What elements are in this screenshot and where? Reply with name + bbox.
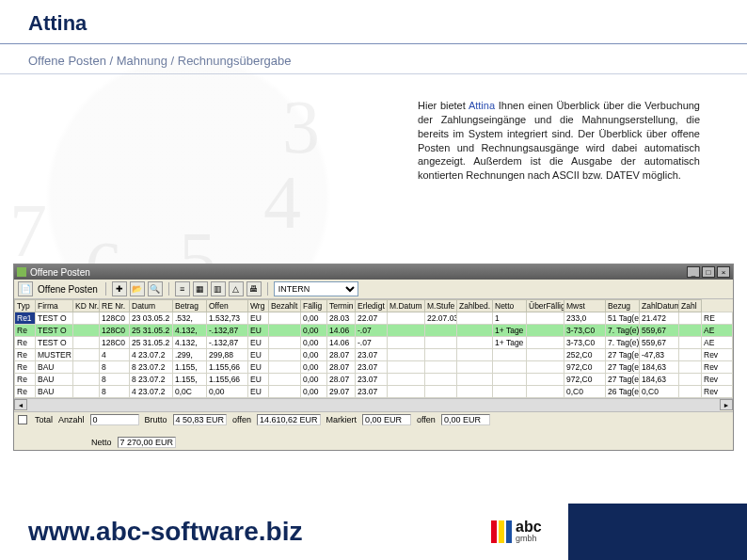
table-cell[interactable]: 25 31.05.2 xyxy=(130,325,173,337)
table-cell[interactable]: 1 xyxy=(493,312,527,325)
column-header[interactable]: Offen xyxy=(207,300,248,312)
scroll-left-icon[interactable]: ◄ xyxy=(14,399,27,410)
table-cell[interactable]: Rev xyxy=(702,349,733,361)
table-cell[interactable]: Rev xyxy=(702,361,733,374)
column-header[interactable]: Betrag xyxy=(173,300,207,312)
table-row[interactable]: ReBAU84 23.07.20,0C0,00EU0,0029.0723.070… xyxy=(15,386,733,398)
table-cell[interactable]: 559,67 xyxy=(640,337,679,349)
table-cell[interactable] xyxy=(679,312,702,325)
table-row[interactable]: ReTEST O128C025 31.05.24.132,-.132,87EU0… xyxy=(15,337,733,349)
table-cell[interactable]: 22.07 xyxy=(356,312,388,325)
table-cell[interactable]: 26 Tag(e)1 xyxy=(606,386,640,398)
column-header[interactable]: Termin xyxy=(327,300,356,312)
table-cell[interactable] xyxy=(679,361,702,374)
table-cell[interactable]: 29.07 xyxy=(327,386,356,398)
table-cell[interactable]: Re xyxy=(15,374,36,386)
column-header[interactable]: Wrg xyxy=(248,300,269,312)
table-cell[interactable]: 28.07 xyxy=(327,361,356,374)
table-cell[interactable]: -.132,87 xyxy=(207,337,248,349)
table-cell[interactable]: 8 xyxy=(100,386,130,398)
horizontal-scrollbar[interactable]: ◄ ► xyxy=(14,398,733,411)
table-cell[interactable] xyxy=(679,374,702,386)
scroll-right-icon[interactable]: ► xyxy=(720,399,733,410)
table-cell[interactable]: 0,00 xyxy=(301,312,327,325)
print-icon[interactable]: 🖶 xyxy=(246,281,262,296)
table-cell[interactable]: 0,00 xyxy=(301,361,327,374)
table-cell[interactable]: Re xyxy=(15,337,36,349)
table-cell[interactable]: Rev xyxy=(702,374,733,386)
table-cell[interactable]: Rev xyxy=(702,386,733,398)
table-cell[interactable] xyxy=(269,386,301,398)
data-table[interactable]: TypFirmaKD Nr.RE Nr.DatumBetragOffenWrgB… xyxy=(14,299,733,398)
total-checkbox[interactable] xyxy=(18,415,27,424)
table-cell[interactable]: 4 xyxy=(100,349,130,361)
table-cell[interactable]: 8 23.07.2 xyxy=(130,361,173,374)
table-cell[interactable]: 0,00 xyxy=(301,325,327,337)
grid-icon[interactable]: ▦ xyxy=(193,281,208,296)
table-cell[interactable] xyxy=(493,349,527,361)
table-cell[interactable]: 184,63 xyxy=(640,361,679,374)
table-cell[interactable] xyxy=(388,349,425,361)
table-cell[interactable] xyxy=(457,312,493,325)
table-cell[interactable]: EU xyxy=(248,374,269,386)
table-cell[interactable]: 1.155, xyxy=(173,374,207,386)
table-cell[interactable]: EU xyxy=(248,349,269,361)
table-cell[interactable]: TEST O xyxy=(36,312,73,325)
table-cell[interactable] xyxy=(388,312,425,325)
table-cell[interactable]: EU xyxy=(248,361,269,374)
table-cell[interactable]: 128C0 xyxy=(100,325,130,337)
table-cell[interactable] xyxy=(73,325,100,337)
table-cell[interactable] xyxy=(388,337,425,349)
table-cell[interactable] xyxy=(457,374,493,386)
table-cell[interactable] xyxy=(388,386,425,398)
table-cell[interactable]: Re xyxy=(15,386,36,398)
table-cell[interactable]: RE xyxy=(702,312,733,325)
table-cell[interactable]: BAU xyxy=(36,386,73,398)
table-cell[interactable]: 184,63 xyxy=(640,374,679,386)
table-cell[interactable]: 23.07 xyxy=(356,374,388,386)
table-cell[interactable]: Re1 xyxy=(15,312,36,325)
table-cell[interactable]: 27 Tag(e)1 xyxy=(606,361,640,374)
table-cell[interactable]: 0,C0 xyxy=(640,386,679,398)
column-header[interactable]: Typ xyxy=(15,300,36,312)
table-cell[interactable]: 0,00 xyxy=(301,349,327,361)
client-select[interactable]: INTERN xyxy=(274,281,358,296)
table-cell[interactable]: 23.07 xyxy=(356,349,388,361)
table-cell[interactable]: -.07 xyxy=(356,337,388,349)
table-cell[interactable] xyxy=(73,386,100,398)
table-cell[interactable] xyxy=(269,361,301,374)
columns-icon[interactable]: ▥ xyxy=(211,281,226,296)
column-header[interactable]: Mwst xyxy=(564,300,606,312)
table-cell[interactable] xyxy=(425,337,457,349)
table-cell[interactable]: .532, xyxy=(173,312,207,325)
table-cell[interactable]: 299,88 xyxy=(207,349,248,361)
table-cell[interactable]: EU xyxy=(248,337,269,349)
minimize-button[interactable]: _ xyxy=(687,266,700,278)
column-header[interactable]: Firma xyxy=(36,300,73,312)
table-cell[interactable]: 51 Tag(e)1 xyxy=(606,312,640,325)
column-header[interactable]: Bezahlt xyxy=(269,300,301,312)
table-cell[interactable] xyxy=(679,337,702,349)
table-cell[interactable] xyxy=(493,374,527,386)
table-cell[interactable] xyxy=(425,386,457,398)
table-cell[interactable]: .299, xyxy=(173,349,207,361)
table-cell[interactable] xyxy=(73,361,100,374)
column-header[interactable]: Netto xyxy=(493,300,527,312)
table-row[interactable]: ReTEST O128C025 31.05.24.132,-.132,87EU0… xyxy=(15,325,733,337)
table-cell[interactable] xyxy=(527,374,564,386)
table-cell[interactable]: 27 Tag(e)1 xyxy=(606,349,640,361)
open-icon[interactable]: 📂 xyxy=(130,281,145,296)
table-cell[interactable]: BAU xyxy=(36,361,73,374)
table-cell[interactable]: 4 23.07.2 xyxy=(130,386,173,398)
doc-icon[interactable]: 📄 xyxy=(18,281,33,296)
table-cell[interactable]: 128C0 xyxy=(100,337,130,349)
column-header[interactable]: Erledigt xyxy=(356,300,388,312)
list-icon[interactable]: ≡ xyxy=(175,281,190,296)
table-cell[interactable]: TEST O xyxy=(36,325,73,337)
table-cell[interactable]: 14.06 xyxy=(327,337,356,349)
table-cell[interactable] xyxy=(527,337,564,349)
table-cell[interactable]: 1.155, xyxy=(173,361,207,374)
table-cell[interactable]: 4.132, xyxy=(173,325,207,337)
table-cell[interactable] xyxy=(73,337,100,349)
column-header[interactable]: ÜberFällig xyxy=(527,300,564,312)
